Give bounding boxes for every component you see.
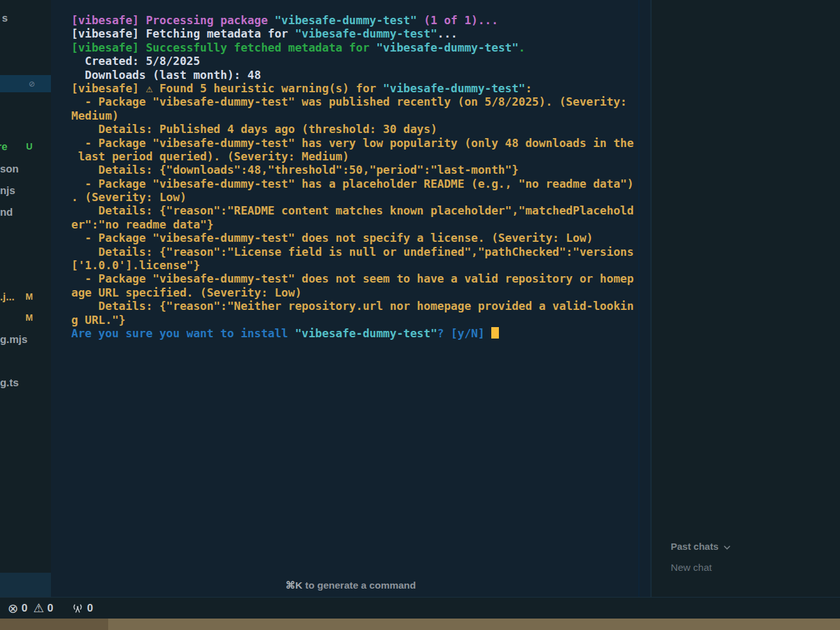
broadcast-icon[interactable] (71, 602, 84, 615)
file-label-partial-gts[interactable]: g.ts (0, 377, 18, 389)
errors-count[interactable]: 0 (22, 602, 27, 615)
terminal-line: - Package "vibesafe-dummy-test" was publ… (71, 95, 634, 109)
terminal-line: - Package "vibesafe-dummy-test" does not… (71, 272, 634, 286)
terminal-line: age URL specified. (Severity: Low) (71, 286, 634, 300)
errors-icon[interactable]: ⊗ (8, 602, 18, 615)
terminal-line: Created: 5/8/2025 (71, 55, 634, 68)
terminal-line: [vibesafe] Successfully fetched metadata… (71, 41, 634, 55)
chevron-down-icon (724, 545, 731, 550)
desktop-dock-strip-left (0, 619, 108, 630)
terminal-line: er":"no readme data"} (71, 218, 634, 232)
chat-sidebar-panel: Past chats New chat (652, 0, 840, 597)
terminal-line: Are you sure you want to install "vibesa… (71, 327, 634, 340)
circle-slash-icon: ⊘ (29, 80, 35, 88)
terminal-panel[interactable]: [vibesafe] Processing package "vibesafe-… (51, 0, 650, 597)
terminal-line: last period queried). (Severity: Medium) (71, 150, 634, 164)
file-label-partial-son[interactable]: son (0, 163, 18, 175)
terminal-line: Medium) (71, 109, 634, 123)
past-chats-label: Past chats (671, 541, 718, 552)
file-label-partial-njs[interactable]: njs (0, 185, 15, 197)
new-chat-button[interactable]: New chat (671, 562, 712, 573)
past-chats-dropdown[interactable]: Past chats (671, 541, 731, 552)
sidebar-bottom-highlight (0, 573, 51, 597)
warnings-icon[interactable]: ⚠ (33, 602, 44, 615)
terminal-line: g URL."} (71, 314, 634, 327)
status-bar: ⊗ 0 ⚠ 0 0 (0, 597, 840, 619)
terminal-line: [vibesafe] Fetching metadata for "vibesa… (71, 27, 634, 41)
git-status-untracked: U (26, 141, 32, 152)
file-label-partial-j[interactable]: .j... (0, 291, 15, 303)
terminal-line: - Package "vibesafe-dummy-test" does not… (71, 232, 634, 245)
terminal-line: Details: {"reason":"License field is nul… (71, 246, 634, 259)
file-label-partial-nd[interactable]: nd (0, 206, 13, 218)
ports-count[interactable]: 0 (87, 602, 93, 615)
terminal-line: . (Severity: Low) (71, 191, 634, 204)
terminal-output: [vibesafe] Processing package "vibesafe-… (71, 14, 634, 340)
warnings-count[interactable]: 0 (47, 602, 53, 615)
git-status-modified-2: M (25, 312, 33, 323)
terminal-line: Downloads (last month): 48 (71, 69, 634, 82)
terminal-line: [vibesafe] ⚠ Found 5 heuristic warning(s… (71, 82, 634, 95)
git-status-modified-1: M (25, 291, 33, 302)
application-window: s ⊘ re U son njs nd .j... M M g.mjs g.ts… (0, 0, 840, 630)
desktop-dock-strip (0, 619, 840, 630)
terminal-line: Details: {"downloads":48,"threshold":50,… (71, 164, 634, 177)
terminal-line: - Package "vibesafe-dummy-test" has a pl… (71, 178, 634, 191)
terminal-line: Details: {"reason":"README content match… (71, 204, 634, 218)
file-label-partial-s[interactable]: s (2, 12, 8, 24)
terminal-line: ['1.0.0'].license"} (71, 259, 634, 272)
terminal-cmdk-hint: ⌘K to generate a command (51, 580, 650, 591)
terminal-line: [vibesafe] Processing package "vibesafe-… (71, 14, 634, 27)
file-label-partial-re[interactable]: re (0, 141, 8, 153)
terminal-line: Details: Published 4 days ago (threshold… (71, 123, 634, 136)
file-explorer-sidebar: s ⊘ re U son njs nd .j... M M g.mjs g.ts (0, 0, 51, 597)
terminal-line: - Package "vibesafe-dummy-test" has very… (71, 137, 634, 150)
file-label-partial-gmjs[interactable]: g.mjs (0, 333, 27, 346)
terminal-cursor (491, 327, 499, 339)
editor-panel-divider[interactable] (638, 0, 640, 597)
terminal-line: Details: {"reason":"Neither repository.u… (71, 300, 634, 313)
cmd-k-hint-text: to generate a command (302, 580, 416, 591)
sidebar-selected-item[interactable]: ⊘ (0, 75, 51, 92)
cmd-k-shortcut: ⌘K (286, 580, 303, 591)
